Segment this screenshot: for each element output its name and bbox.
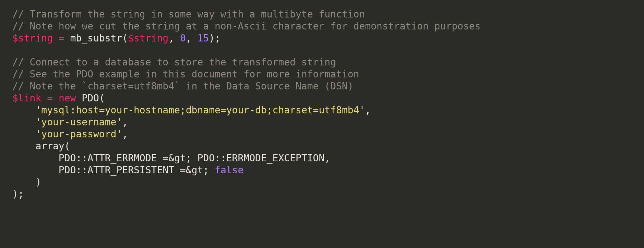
comma: , [168, 33, 180, 44]
number-literal: 15 [197, 33, 209, 44]
arrow: =&gt; [174, 164, 215, 176]
indent [12, 164, 59, 176]
paren-open: ( [64, 140, 70, 152]
paren-close: ); [209, 33, 220, 44]
arrow: =&gt; [157, 152, 197, 164]
operator-assign: = [41, 92, 59, 104]
operator-assign: = [53, 33, 70, 44]
comment-line: // Note how we cut the string at a non-A… [12, 21, 480, 32]
comma: , [324, 152, 330, 164]
constant: PDO::ERRMODE_EXCEPTION [197, 152, 324, 164]
indent [12, 152, 59, 164]
paren-close: ); [12, 188, 24, 200]
indent [12, 140, 35, 152]
paren-open: ( [122, 33, 128, 44]
function-call: mb_substr [70, 33, 122, 44]
php-variable: $link [12, 92, 41, 104]
indent [12, 128, 35, 140]
string-literal: 'your-username' [35, 116, 122, 128]
function-call: array [35, 140, 64, 152]
constant: PDO::ATTR_PERSISTENT [59, 164, 174, 176]
keyword-new: new [59, 92, 76, 104]
comment-line: // See the PDO example in this document … [12, 69, 359, 80]
comma: , [186, 33, 198, 44]
indent [12, 176, 35, 188]
comment-line: // Transform the string in some way with… [12, 9, 365, 20]
paren-open: ( [99, 92, 105, 104]
number-literal: 0 [180, 33, 186, 44]
comma: , [122, 128, 128, 140]
indent [12, 116, 35, 128]
comment-line: // Connect to a database to store the tr… [12, 57, 336, 68]
comment-line: // Note the `charset=utf8mb4` in the Dat… [12, 80, 354, 92]
paren-close: ) [35, 176, 41, 188]
string-literal: 'mysql:host=your-hostname;dbname=your-db… [35, 104, 365, 116]
code-block: // Transform the string in some way with… [0, 0, 644, 208]
indent [12, 104, 35, 116]
php-variable: $string [128, 33, 168, 44]
php-variable: $string [12, 33, 53, 44]
space [76, 92, 82, 104]
comma: , [122, 116, 128, 128]
boolean-literal: false [215, 164, 243, 176]
comma: , [365, 104, 371, 116]
class-name: PDO [82, 92, 99, 104]
string-literal: 'your-password' [35, 128, 122, 140]
constant: PDO::ATTR_ERRMODE [59, 152, 157, 164]
